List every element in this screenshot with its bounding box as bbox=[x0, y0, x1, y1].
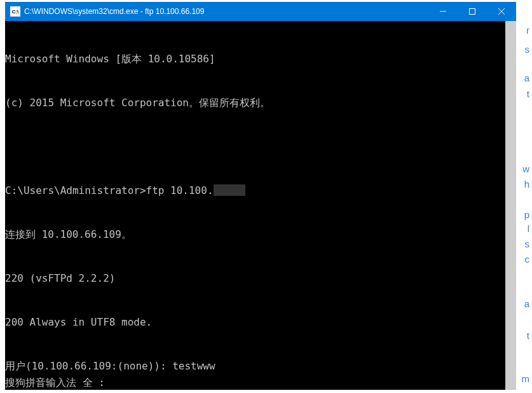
bg-char: t bbox=[527, 89, 529, 99]
svg-rect-1 bbox=[470, 9, 475, 15]
redacted-block bbox=[214, 184, 245, 196]
window-title: C:\WINDOWS\system32\cmd.exe - ftp 10.100… bbox=[24, 7, 428, 16]
bg-char: w bbox=[522, 164, 529, 174]
terminal-line: 200 Always in UTF8 mode. bbox=[5, 315, 516, 329]
terminal-line: (c) 2015 Microsoft Corporation。保留所有权利。 bbox=[5, 95, 516, 110]
minimize-button[interactable] bbox=[428, 2, 458, 21]
close-button[interactable] bbox=[487, 2, 516, 21]
bg-char: a bbox=[524, 299, 529, 308]
bg-char: c bbox=[525, 254, 530, 264]
minimize-icon bbox=[440, 8, 446, 15]
terminal-line: 连接到 10.100.66.109。 bbox=[5, 227, 516, 242]
cmd-window: C:\ C:\WINDOWS\system32\cmd.exe - ftp 10… bbox=[5, 2, 516, 390]
bg-char: m bbox=[522, 374, 530, 383]
terminal-line: Microsoft Windows [版本 10.0.10586] bbox=[5, 52, 516, 66]
bg-char: h bbox=[524, 179, 529, 189]
close-icon bbox=[498, 8, 505, 15]
terminal-content[interactable]: Microsoft Windows [版本 10.0.10586] (c) 20… bbox=[5, 21, 516, 390]
window-controls bbox=[428, 2, 516, 21]
maximize-button[interactable] bbox=[458, 2, 487, 21]
terminal-line: C:\Users\Administrator>ftp 10.100. bbox=[5, 183, 516, 198]
bg-char: s bbox=[525, 239, 530, 249]
terminal-line bbox=[5, 139, 516, 154]
scrollbar-vertical[interactable] bbox=[505, 21, 516, 390]
bg-char: t bbox=[527, 331, 529, 340]
bg-char: l bbox=[528, 224, 529, 233]
bg-char: s bbox=[525, 45, 530, 54]
bg-char: a bbox=[524, 73, 529, 83]
terminal-text: C:\Users\Administrator>ftp 10.100. bbox=[5, 184, 214, 197]
scrollbar-thumb[interactable] bbox=[505, 21, 516, 390]
ime-status-line: 搜狗拼音输入法 全 : bbox=[5, 375, 516, 390]
terminal-line: 用户(10.100.66.109:(none)): testwww bbox=[5, 359, 516, 373]
cmd-icon: C:\ bbox=[10, 6, 20, 17]
terminal-line: 220 (vsFTPd 2.2.2) bbox=[5, 271, 516, 286]
bg-char: r bbox=[526, 25, 529, 35]
bg-char: p bbox=[524, 210, 529, 219]
titlebar[interactable]: C:\ C:\WINDOWS\system32\cmd.exe - ftp 10… bbox=[5, 2, 516, 21]
maximize-icon bbox=[469, 8, 475, 15]
background-text-strip: r s a t w h p l s c a t m bbox=[519, 0, 532, 393]
